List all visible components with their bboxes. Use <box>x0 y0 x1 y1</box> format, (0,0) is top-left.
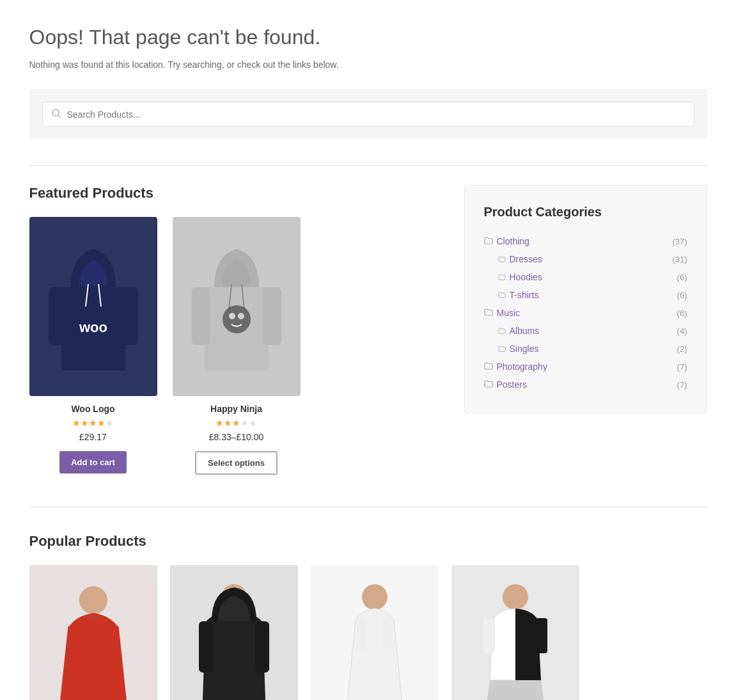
select-options-button[interactable]: Select options <box>195 451 278 475</box>
category-count: (6) <box>677 273 687 282</box>
popular-card-3 <box>311 565 439 700</box>
popular-card-1 <box>29 565 157 700</box>
svg-point-13 <box>223 305 251 333</box>
category-count: (7) <box>677 380 687 390</box>
star-2: ★ <box>81 418 89 428</box>
svg-rect-4 <box>120 287 138 345</box>
category-count: (31) <box>672 255 687 264</box>
category-singles-link[interactable]: Singles <box>498 344 539 354</box>
category-count: (37) <box>672 237 687 246</box>
list-item: Hoodies (6) <box>498 268 687 286</box>
category-albums-link[interactable]: Albums <box>498 326 540 336</box>
product-name-happy-ninja: Happy Ninja <box>173 404 301 414</box>
subcategory-list: Dresses (31) <box>484 250 687 304</box>
folder-icon <box>498 344 506 354</box>
product-image-woo-logo: woo <box>29 217 157 396</box>
svg-rect-30 <box>483 618 495 653</box>
list-item: Dresses (31) <box>498 250 687 268</box>
popular-image-3 <box>311 565 439 700</box>
category-dresses: Dresses (31) <box>498 250 687 268</box>
svg-rect-31 <box>536 618 547 653</box>
category-count: (6) <box>677 290 687 300</box>
category-posters: Posters (7) <box>484 376 687 394</box>
category-name: Singles <box>510 344 539 354</box>
list-item: Music (6) <box>484 304 687 358</box>
category-clothing-link[interactable]: Clothing <box>484 236 529 246</box>
category-clothing: Clothing (37) <box>484 232 687 250</box>
folder-icon <box>498 272 506 282</box>
popular-image-4 <box>451 565 579 700</box>
list-item: Singles (2) <box>498 340 687 358</box>
category-hoodies-link[interactable]: Hoodies <box>498 272 542 282</box>
category-name: Hoodies <box>510 272 542 282</box>
add-to-cart-button[interactable]: Add to cart <box>59 451 127 473</box>
svg-text:woo: woo <box>79 319 107 335</box>
star-3: ★ <box>232 418 240 428</box>
svg-rect-27 <box>382 617 393 649</box>
svg-point-17 <box>79 586 107 614</box>
folder-icon <box>498 326 506 336</box>
subcategory-list: Albums (4) <box>484 322 687 358</box>
featured-products-grid: woo Woo Logo ★ ★ ★ ★ ★ £29.17 Add to car… <box>29 217 439 475</box>
list-item: T-shirts (6) <box>498 286 687 304</box>
product-card-woo-logo: woo Woo Logo ★ ★ ★ ★ ★ £29.17 Add to car… <box>29 217 157 475</box>
category-posters-link[interactable]: Posters <box>484 379 527 390</box>
category-name: Music <box>497 308 521 318</box>
product-image-happy-ninja <box>173 217 301 396</box>
star-1: ★ <box>72 418 81 428</box>
svg-rect-26 <box>357 617 367 649</box>
category-tshirts-link[interactable]: T-shirts <box>498 290 539 300</box>
star-4: ★ <box>240 418 249 428</box>
categories-title: Product Categories <box>484 205 687 219</box>
category-count: (7) <box>677 362 687 372</box>
category-count: (4) <box>677 326 687 336</box>
category-name: Dresses <box>510 254 542 264</box>
popular-products-grid <box>29 565 707 700</box>
svg-point-14 <box>229 313 235 319</box>
product-rating-woo-logo: ★ ★ ★ ★ ★ <box>29 418 157 428</box>
category-tshirts: T-shirts (6) <box>498 286 687 304</box>
svg-rect-22 <box>199 621 213 672</box>
svg-rect-19 <box>106 626 119 664</box>
product-price-happy-ninja: £8.33–£10.00 <box>173 432 301 442</box>
folder-icon <box>484 379 493 390</box>
popular-section: Popular Products <box>29 533 707 700</box>
category-name: Albums <box>510 326 540 336</box>
category-music: Music (6) <box>484 304 687 322</box>
star-2: ★ <box>224 418 232 428</box>
featured-section: Featured Products <box>29 185 439 475</box>
category-photography: Photography (7) <box>484 358 687 376</box>
category-name: Posters <box>497 379 527 390</box>
folder-icon <box>498 254 506 264</box>
category-music-link[interactable]: Music <box>484 308 521 318</box>
star-4: ★ <box>97 418 106 428</box>
popular-card-4 <box>451 565 579 700</box>
svg-line-1 <box>58 115 60 117</box>
product-categories-sidebar: Product Categories Clothing <box>464 185 707 413</box>
star-5: ★ <box>249 418 257 428</box>
category-name: T-shirts <box>510 290 539 300</box>
svg-rect-9 <box>192 287 210 345</box>
folder-icon <box>498 290 506 300</box>
svg-rect-10 <box>263 287 281 345</box>
category-photography-link[interactable]: Photography <box>484 362 547 372</box>
list-item: Clothing (37) <box>484 232 687 304</box>
category-hoodies: Hoodies (6) <box>498 268 687 286</box>
category-name: Clothing <box>497 236 529 246</box>
star-1: ★ <box>215 418 224 428</box>
svg-rect-23 <box>255 621 269 672</box>
product-card-happy-ninja: Happy Ninja ★ ★ ★ ★ ★ £8.33–£10.00 Selec… <box>173 217 301 475</box>
category-count: (2) <box>677 344 687 354</box>
star-5: ★ <box>106 418 114 428</box>
search-input[interactable] <box>67 109 685 120</box>
category-count: (6) <box>677 308 687 318</box>
svg-point-15 <box>238 313 244 319</box>
folder-icon <box>484 308 493 318</box>
category-dresses-link[interactable]: Dresses <box>498 254 542 264</box>
category-albums: Albums (4) <box>498 322 687 340</box>
section-divider <box>29 165 707 166</box>
list-item: Posters (7) <box>484 376 687 394</box>
star-3: ★ <box>89 418 97 428</box>
svg-rect-18 <box>68 626 81 664</box>
folder-icon <box>484 362 493 372</box>
